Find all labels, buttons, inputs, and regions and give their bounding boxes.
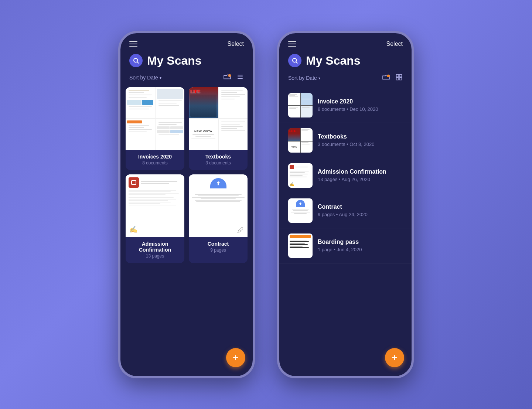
- sort-bar-left: Sort by Date ▾ !: [120, 74, 253, 87]
- boarding-list-meta: 1 page • Jun 4, 2020: [318, 247, 403, 252]
- hamburger-menu-left[interactable]: [129, 41, 137, 47]
- invoices-info: Invoices 2020 8 documents: [126, 150, 184, 170]
- textbooks-name: Textbooks: [192, 154, 244, 160]
- title-row-right: My Scans: [279, 51, 412, 74]
- scan-thumb-contract: 🖊: [189, 174, 248, 237]
- admission-info: Admission Confirmation 13 pages: [126, 237, 184, 263]
- hamburger-menu-right[interactable]: [288, 41, 296, 47]
- select-button-left[interactable]: Select: [228, 41, 244, 47]
- search-circle-right[interactable]: [288, 54, 301, 67]
- phone-left: Select My Scans Sort by Date ▾: [118, 31, 255, 378]
- contract-name: Contract: [192, 241, 244, 247]
- folder-view-icon-right[interactable]: [382, 74, 390, 82]
- view-icons-right: [382, 74, 403, 83]
- svg-line-1: [137, 62, 139, 63]
- list-thumb-boarding: [288, 234, 313, 258]
- header-right: Select: [279, 33, 412, 51]
- svg-rect-12: [396, 77, 399, 80]
- sort-button-left[interactable]: Sort by Date ▾: [129, 75, 161, 81]
- svg-point-9: [387, 74, 390, 77]
- contract-list-name: Contract: [318, 204, 403, 210]
- grid-view-icon-right[interactable]: [395, 74, 403, 83]
- textbooks-info: Textbooks 3 documents: [189, 150, 248, 170]
- scan-card-contract[interactable]: 🖊 Contract 9 pages: [189, 174, 248, 263]
- textbooks-list-name: Textbooks: [318, 133, 403, 140]
- list-thumb-contract: [288, 198, 313, 223]
- list-thumb-textbooks: LIFE VISTA: [288, 128, 313, 153]
- svg-rect-11: [399, 74, 402, 77]
- scan-thumb-invoices: [126, 87, 184, 150]
- fab-button-right[interactable]: +: [385, 348, 404, 367]
- title-row-left: My Scans: [120, 51, 253, 74]
- invoice-list-meta: 8 documents • Dec 10, 2020: [318, 106, 403, 112]
- invoices-meta: 8 documents: [129, 160, 181, 166]
- sort-arrow-right: ▾: [318, 76, 320, 80]
- admission-list-meta: 13 pages • Aug 26, 2020: [318, 177, 403, 182]
- admission-name: Admission Confirmation: [129, 241, 181, 253]
- list-thumb-admission: ✍: [288, 163, 313, 188]
- sort-arrow-left: ▾: [160, 76, 161, 80]
- list-view-icon-left[interactable]: [236, 74, 244, 82]
- list-item-admission[interactable]: ✍ Admission Confirmation 13 pages • Aug …: [279, 158, 412, 193]
- list-item-textbooks[interactable]: LIFE VISTA Textbooks: [279, 123, 412, 158]
- svg-point-7: [293, 58, 297, 62]
- header-left: Select: [120, 33, 253, 51]
- contract-meta: 9 pages: [192, 248, 244, 253]
- sort-button-right[interactable]: Sort by Date ▾: [288, 75, 320, 81]
- list-thumb-invoice: [288, 93, 313, 117]
- textbooks-meta: 3 documents: [192, 160, 244, 166]
- admission-list-name: Admission Confirmation: [318, 168, 403, 175]
- scan-grid: Invoices 2020 8 documents LIFE: [126, 87, 248, 263]
- list-item-contract[interactable]: Contract 9 pages • Aug 24, 2020: [279, 193, 412, 228]
- scan-thumb-textbooks: LIFE NEW VISTA: [189, 87, 248, 150]
- contract-info: Contract 9 pages: [189, 237, 248, 257]
- svg-text:!: !: [229, 75, 230, 77]
- page-title-left: My Scans: [147, 54, 202, 68]
- grid-content-left: Invoices 2020 8 documents LIFE: [120, 87, 253, 376]
- list-info-invoice: Invoice 2020 8 documents • Dec 10, 2020: [318, 98, 403, 112]
- folder-view-icon-left[interactable]: !: [223, 74, 231, 82]
- fab-button-left[interactable]: +: [226, 348, 245, 367]
- list-item-boarding[interactable]: Boarding pass 1 page • Jun 4, 2020: [279, 228, 412, 263]
- list-item-invoice[interactable]: Invoice 2020 8 documents • Dec 10, 2020: [279, 88, 412, 123]
- page-title-right: My Scans: [306, 54, 361, 68]
- boarding-list-name: Boarding pass: [318, 239, 403, 245]
- contract-list-meta: 9 pages • Aug 24, 2020: [318, 212, 403, 217]
- admission-meta: 13 pages: [129, 253, 181, 259]
- list-info-boarding: Boarding pass 1 page • Jun 4, 2020: [318, 239, 403, 252]
- invoice-list-name: Invoice 2020: [318, 98, 403, 105]
- svg-line-8: [296, 62, 297, 63]
- list-info-contract: Contract 9 pages • Aug 24, 2020: [318, 204, 403, 217]
- phone-right: Select My Scans Sort by Date ▾: [277, 31, 414, 378]
- textbooks-list-meta: 3 documents • Oct 8, 2020: [318, 142, 403, 147]
- invoices-name: Invoices 2020: [129, 154, 181, 160]
- scan-card-invoices[interactable]: Invoices 2020 8 documents: [126, 87, 184, 170]
- list-info-admission: Admission Confirmation 13 pages • Aug 26…: [318, 168, 403, 182]
- svg-rect-10: [396, 74, 399, 77]
- sort-bar-right: Sort by Date ▾: [279, 74, 412, 88]
- scan-card-admission[interactable]: ✍ Admission Confirmation 13 pages: [126, 174, 184, 263]
- select-button-right[interactable]: Select: [386, 41, 403, 47]
- list-info-textbooks: Textbooks 3 documents • Oct 8, 2020: [318, 133, 403, 147]
- view-icons-left: !: [223, 74, 244, 82]
- svg-point-0: [134, 58, 138, 62]
- scan-card-textbooks[interactable]: LIFE NEW VISTA: [189, 87, 248, 170]
- svg-rect-13: [399, 77, 402, 80]
- scan-thumb-admission: ✍: [126, 174, 184, 237]
- search-circle-left[interactable]: [129, 54, 143, 67]
- list-content-right: Invoice 2020 8 documents • Dec 10, 2020 …: [279, 88, 412, 376]
